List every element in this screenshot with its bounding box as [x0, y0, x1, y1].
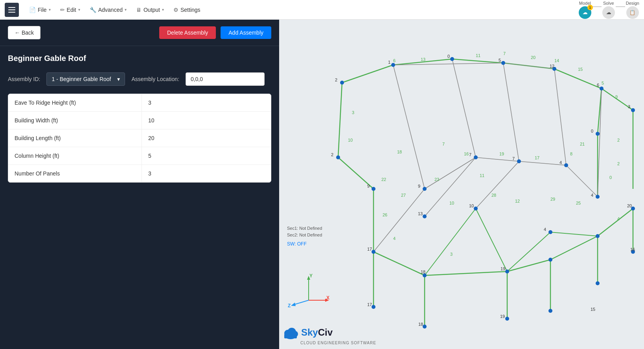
table-row: Column Height (ft) 5	[8, 147, 271, 165]
edit-icon: ✏	[60, 7, 65, 13]
solve-circle: ☁	[602, 6, 615, 19]
skyciv-logo: SkyCiv CLOUD ENGINEERING SOFTWARE	[283, 325, 376, 345]
file-label: File	[38, 7, 47, 13]
svg-text:21: 21	[580, 142, 585, 146]
sec2-label: Sec2: Not Defined	[287, 232, 322, 239]
svg-point-50	[423, 187, 427, 191]
svg-text:15: 15	[591, 307, 595, 312]
prop-value-2: 20	[142, 129, 271, 147]
settings-menu[interactable]: ⚙ Settings	[169, 4, 204, 15]
svg-text:9: 9	[418, 184, 420, 188]
prop-value-1: 10	[142, 112, 271, 129]
svg-text:18: 18	[421, 270, 425, 274]
svg-text:0: 0	[609, 175, 612, 180]
svg-text:12: 12	[515, 199, 520, 203]
svg-text:13: 13	[418, 211, 423, 216]
svg-text:2: 2	[331, 152, 333, 157]
svg-text:16: 16	[464, 151, 469, 156]
skyciv-subtitle: CLOUD ENGINEERING SOFTWARE	[300, 341, 376, 345]
advanced-label: Advanced	[98, 7, 123, 13]
prop-value-4: 3	[142, 165, 271, 182]
delete-assembly-button[interactable]: Delete Assembly	[159, 26, 216, 39]
svg-text:14: 14	[554, 58, 559, 63]
svg-point-45	[501, 61, 505, 65]
svg-text:26: 26	[383, 212, 387, 217]
assembly-id-label: Assembly ID:	[8, 76, 40, 82]
svg-text:12: 12	[550, 64, 554, 68]
assembly-id-row: Assembly ID: 1 - Beginner Gable Roof ▾ A…	[8, 72, 271, 86]
skyciv-cloud-icon	[283, 325, 298, 340]
workflow-design[interactable]: Design 📋	[626, 1, 639, 19]
svg-text:2: 2	[617, 138, 620, 142]
assembly-location-input[interactable]	[186, 72, 265, 86]
prop-key-4: Number Of Panels	[8, 165, 142, 182]
workflow-solve[interactable]: Solve ☁	[602, 1, 615, 19]
svg-text:4: 4	[544, 227, 546, 232]
output-menu[interactable]: 🖥 Output ▾	[132, 4, 168, 15]
prop-key-2: Building Length (ft)	[8, 129, 142, 147]
svg-point-43	[391, 63, 395, 67]
svg-point-59	[548, 230, 552, 234]
assembly-title: Beginner Gable Roof	[8, 54, 271, 63]
svg-point-54	[596, 132, 600, 136]
svg-point-69	[548, 309, 552, 313]
workflow-model[interactable]: Model ☁ 1	[579, 1, 591, 19]
file-icon: 📄	[29, 7, 36, 13]
assembly-id-select[interactable]: 1 - Beginner Gable Roof ▾	[46, 72, 125, 86]
sw-off-label: SW: OFF	[287, 241, 307, 247]
svg-text:7: 7	[512, 156, 515, 161]
svg-text:5: 5	[499, 58, 501, 63]
workflow-connector-1	[592, 6, 602, 7]
svg-text:7: 7	[442, 142, 445, 146]
svg-point-47	[600, 87, 604, 90]
svg-point-64	[596, 234, 600, 238]
add-assembly-button[interactable]: Add Assembly	[221, 26, 271, 39]
advanced-menu[interactable]: 🔧 Advanced ▾	[86, 4, 131, 15]
svg-text:Z: Z	[288, 303, 291, 308]
back-button[interactable]: ← Back	[8, 26, 40, 39]
edit-label: Edit	[67, 7, 76, 13]
file-chevron: ▾	[49, 7, 51, 12]
svg-point-44	[450, 57, 454, 61]
svg-point-51	[474, 155, 478, 159]
sec-labels: Sec1: Not Defined Sec2: Not Defined	[287, 225, 322, 239]
prop-key-1: Building Width (ft)	[8, 112, 142, 129]
svg-text:10: 10	[469, 203, 474, 208]
main-layout: ← Back Delete Assembly Add Assembly Begi…	[0, 20, 644, 349]
solve-cloud-icon: ☁	[606, 10, 611, 15]
table-row: Building Length (ft) 20	[8, 129, 271, 147]
output-label: Output	[144, 7, 160, 13]
table-row: Number Of Panels 3	[8, 165, 271, 182]
axis-indicator: Y X Z	[287, 273, 330, 310]
top-nav: 📄 File ▾ ✏ Edit ▾ 🔧 Advanced ▾ 🖥 Output …	[0, 0, 644, 20]
prop-key-0: Eave To Ridge Height (ft)	[8, 94, 142, 111]
output-chevron: ▾	[162, 7, 164, 12]
svg-point-52	[517, 159, 521, 163]
properties-table: Eave To Ridge Height (ft) 3 Building Wid…	[8, 94, 271, 183]
hamburger-button[interactable]	[5, 3, 19, 17]
svg-text:8: 8	[570, 151, 572, 156]
svg-text:16: 16	[630, 247, 635, 252]
svg-line-139	[293, 300, 309, 305]
svg-text:0: 0	[591, 129, 593, 133]
file-menu[interactable]: 📄 File ▾	[25, 4, 55, 15]
svg-point-53	[564, 163, 568, 167]
svg-text:29: 29	[550, 197, 555, 201]
svg-rect-0	[279, 20, 644, 349]
svg-text:4: 4	[393, 236, 396, 241]
advanced-chevron: ▾	[125, 7, 127, 12]
select-chevron-icon: ▾	[117, 76, 120, 82]
svg-point-66	[372, 305, 375, 309]
svg-text:11: 11	[480, 173, 484, 178]
svg-text:13: 13	[421, 57, 425, 62]
svg-text:11: 11	[476, 53, 480, 58]
workflow-connector-2	[616, 6, 625, 7]
workflow-area: Model ☁ 1 Solve ☁ Design 📋	[579, 1, 639, 19]
svg-text:3: 3	[628, 104, 630, 109]
viewport: 6 13 11 7 20 14 15 5 9 3 10 18 7 16 19 1…	[279, 20, 644, 349]
svg-text:4: 4	[617, 216, 620, 221]
edit-menu[interactable]: ✏ Edit ▾	[56, 4, 84, 15]
svg-text:22: 22	[381, 177, 386, 182]
svg-text:17: 17	[367, 247, 372, 251]
svg-text:Y: Y	[309, 273, 313, 279]
